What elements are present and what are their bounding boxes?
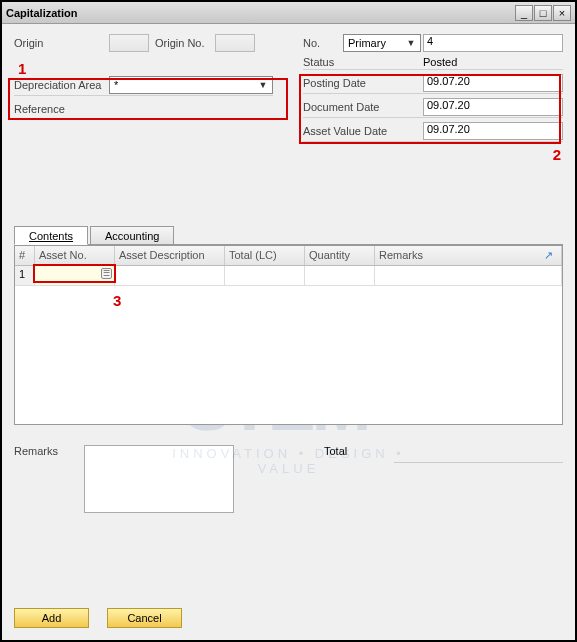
annotation-3: 3 — [113, 292, 121, 309]
tab-strip: Contents Accounting — [14, 226, 563, 245]
table-row: 1 ☰ — [15, 266, 562, 286]
depreciation-area-label: Depreciation Area — [14, 79, 109, 91]
document-date-input[interactable]: 09.07.20 — [423, 98, 563, 116]
origin-no-value — [215, 34, 255, 52]
col-total-lc[interactable]: Total (LC) — [225, 246, 305, 265]
origin-no-label: Origin No. — [155, 37, 215, 49]
titlebar: Capitalization _ □ × — [2, 2, 575, 24]
depreciation-area-value: * — [114, 79, 118, 91]
cancel-button[interactable]: Cancel — [107, 608, 182, 628]
origin-value — [109, 34, 149, 52]
status-value: Posted — [423, 56, 457, 68]
document-date-label: Document Date — [303, 101, 423, 113]
total-lc-cell[interactable] — [225, 266, 305, 286]
capitalization-window: Capitalization _ □ × Origin Origin No. D… — [0, 0, 577, 642]
col-remarks[interactable]: Remarks — [375, 246, 562, 265]
no-input[interactable]: 4 — [423, 34, 563, 52]
asset-value-date-input[interactable]: 09.07.20 — [423, 122, 563, 140]
minimize-icon[interactable]: _ — [515, 5, 533, 21]
asset-no-cell[interactable]: ☰ — [35, 266, 115, 286]
remarks-cell[interactable] — [375, 266, 562, 286]
chooser-icon[interactable]: ☰ — [101, 268, 112, 279]
asset-value-date-label: Asset Value Date — [303, 125, 423, 137]
quantity-cell[interactable] — [305, 266, 375, 286]
row-index: 1 — [15, 266, 35, 286]
total-value — [394, 445, 563, 463]
reference-label: Reference — [14, 103, 109, 115]
grid-header: # Asset No. Asset Description Total (LC)… — [15, 246, 562, 266]
reference-input[interactable] — [109, 100, 273, 118]
remarks-label: Remarks — [14, 445, 74, 457]
chevron-down-icon: ▼ — [256, 78, 270, 92]
window-title: Capitalization — [6, 7, 514, 19]
remarks-textarea[interactable] — [84, 445, 234, 513]
annotation-1: 1 — [18, 60, 26, 77]
no-label: No. — [303, 37, 343, 49]
maximize-icon[interactable]: □ — [534, 5, 552, 21]
col-index[interactable]: # — [15, 246, 35, 265]
tab-contents[interactable]: Contents — [14, 226, 88, 245]
origin-label: Origin — [14, 37, 109, 49]
posting-date-label: Posting Date — [303, 77, 423, 89]
depreciation-area-select[interactable]: * ▼ — [109, 76, 273, 94]
total-label: Total — [324, 445, 384, 457]
status-label: Status — [303, 56, 423, 68]
annotation-2: 2 — [553, 146, 561, 163]
tab-accounting[interactable]: Accounting — [90, 226, 174, 244]
add-button[interactable]: Add — [14, 608, 89, 628]
col-quantity[interactable]: Quantity — [305, 246, 375, 265]
col-asset-desc[interactable]: Asset Description — [115, 246, 225, 265]
chevron-down-icon: ▼ — [404, 36, 418, 50]
posting-date-input[interactable]: 09.07.20 — [423, 74, 563, 92]
asset-desc-cell[interactable] — [115, 266, 225, 286]
expand-icon[interactable]: ↗ — [544, 249, 558, 263]
items-grid: ↗ # Asset No. Asset Description Total (L… — [14, 245, 563, 425]
close-icon[interactable]: × — [553, 5, 571, 21]
col-asset-no[interactable]: Asset No. — [35, 246, 115, 265]
no-series-select[interactable]: Primary ▼ — [343, 34, 421, 52]
